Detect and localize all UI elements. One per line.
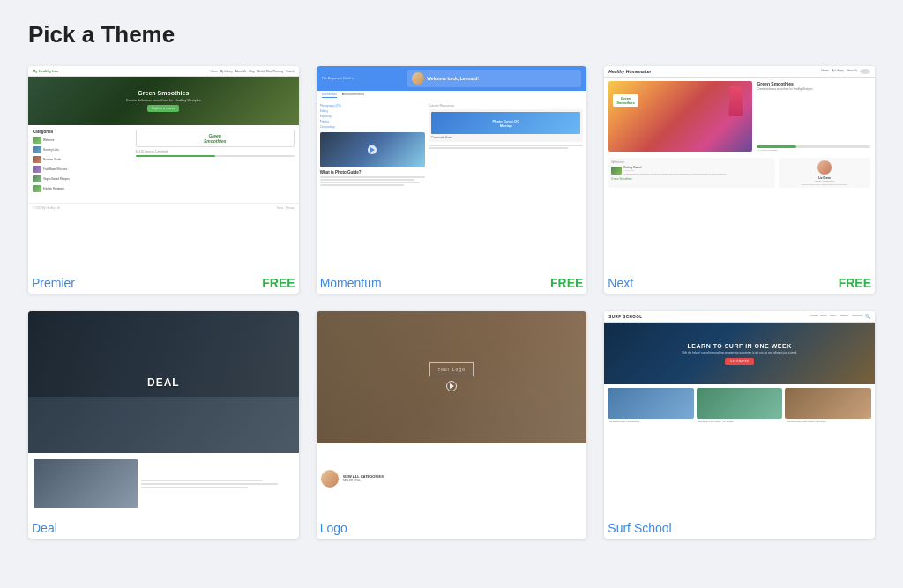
premier-hero-title: Green Smoothies — [138, 90, 189, 96]
theme-card-deal[interactable]: DEAL Deal — [28, 311, 299, 539]
logo-bottom-text: TAYLOR STILL — [343, 479, 384, 482]
logo-label: Logo — [317, 514, 587, 539]
next-brand: Healthy Homemaker — [608, 69, 651, 74]
next-lesson-sub: 2 Lessons — [623, 169, 728, 172]
next-label: Next FREE — [604, 269, 875, 294]
surf-thumb-3: Choosing the right board — [785, 388, 871, 425]
theme-grid: My Healthy Life Home My Library About Me… — [28, 66, 875, 539]
momentum-label: Momentum FREE — [317, 269, 587, 294]
theme-preview-momentum: The Beginner's Guide to Welcome back, Le… — [317, 66, 587, 269]
deal-label: Deal — [28, 514, 299, 539]
surf-hero-title: LEARN TO SURF IN ONE WEEK — [688, 343, 792, 349]
next-instructor-bio: Online business owner, nutritionist and … — [781, 183, 868, 185]
theme-preview-next: Healthy Homemaker Home My Library About … — [604, 66, 875, 269]
logo-theme-name[interactable]: Logo — [320, 521, 347, 535]
premier-label: Premier FREE — [28, 269, 299, 294]
next-instructor-title: Healthy Homemaker — [781, 180, 868, 182]
next-welcome-label: Welcome — [611, 160, 772, 164]
surf-brand: SURF SCHOOL — [608, 315, 642, 319]
deal-hero-title: DEAL — [147, 376, 180, 389]
logo-placeholder: Your Logo — [429, 362, 474, 376]
premier-nav-links: Home My Library About Me Blog Weekly Mea… — [211, 70, 295, 73]
page-title: Pick a Theme — [28, 21, 875, 48]
next-badge: FREE — [839, 276, 871, 290]
premier-progress: 8 of 16 Lessons Completed — [136, 150, 295, 153]
theme-preview-logo: Your Logo VIEW ALL CATEGORIES TAYLOR STI… — [317, 311, 587, 514]
momentum-badge: FREE — [550, 276, 583, 290]
next-theme-name[interactable]: Next — [608, 276, 633, 290]
next-course-title: Green Smoothies — [757, 81, 870, 86]
surf-thumb-2: Where and how to surf — [697, 388, 783, 425]
premier-hero-sub: Create delicious smoothies for Healthy l… — [126, 98, 201, 102]
next-progress-text: 3 / 5 Posts Complete — [757, 149, 870, 152]
theme-card-next[interactable]: Healthy Homemaker Home My Library About … — [604, 66, 875, 294]
premier-footer-left: © 2017 My Healthy Life — [33, 206, 60, 210]
premier-brand: My Healthy Life — [33, 69, 58, 73]
surf-label: Surf School — [604, 514, 875, 539]
premier-badge: FREE — [262, 276, 295, 290]
deal-theme-name[interactable]: Deal — [32, 521, 57, 535]
premier-footer-right: Terms Privacy — [276, 206, 295, 210]
surf-hero-btn: GET STARTED — [725, 358, 754, 365]
surf-hero-sub: With the help of our online coaching pro… — [682, 351, 797, 354]
momentum-video-label: What is Photo Guide? — [320, 170, 425, 175]
theme-card-logo[interactable]: Your Logo VIEW ALL CATEGORIES TAYLOR STI… — [317, 311, 587, 539]
surf-theme-name[interactable]: Surf School — [608, 521, 671, 535]
theme-card-surf[interactable]: SURF SCHOOL Store Blog About Library Acc… — [604, 311, 875, 539]
surf-thumb-1: Introduce Yourself — [608, 388, 694, 425]
theme-preview-surf: SURF SCHOOL Store Blog About Library Acc… — [604, 311, 875, 514]
momentum-welcome: Welcome back, Leonard! — [427, 76, 479, 81]
theme-preview-premier: My Healthy Life Home My Library About Me… — [28, 66, 299, 269]
premier-hero-btn: Explore a course — [147, 105, 179, 112]
next-course-sub: Create delicious smoothies for healthy l… — [757, 87, 870, 91]
theme-card-premier[interactable]: My Healthy Life Home My Library About Me… — [28, 66, 299, 294]
theme-card-momentum[interactable]: The Beginner's Guide to Welcome back, Le… — [317, 66, 587, 294]
premier-theme-name[interactable]: Premier — [32, 276, 75, 290]
premier-categories-title: Categories — [33, 130, 132, 134]
theme-preview-deal: DEAL — [28, 311, 299, 514]
momentum-theme-name[interactable]: Momentum — [320, 276, 382, 290]
